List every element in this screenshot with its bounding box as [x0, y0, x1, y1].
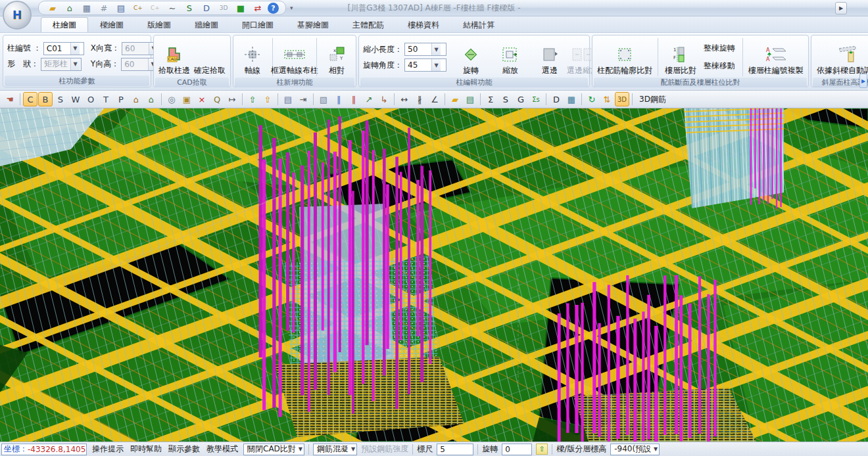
app-logo-button[interactable]: H	[3, 1, 32, 30]
chevron-down-icon[interactable]: ▼	[431, 59, 441, 71]
quick-access-dropdown-icon[interactable]: ▾	[290, 5, 293, 11]
pan-hand-icon[interactable]: ☚	[3, 92, 17, 106]
axis-line-button[interactable]: 軸線	[237, 37, 268, 78]
pick-column-edge-button[interactable]: CAD 拾取柱邊	[158, 37, 191, 78]
dim-aligned-icon[interactable]: ∦	[412, 92, 427, 106]
scale-button[interactable]: 縮放	[495, 37, 525, 78]
confirm-pick-button[interactable]: 確定拾取	[193, 37, 226, 78]
column-rebar-outline-compare-button[interactable]: 柱配筋輪廓比對	[596, 37, 653, 78]
chevron-down-icon: ▼	[351, 446, 355, 452]
data-table-icon[interactable]: ▦	[80, 1, 94, 14]
home-project-icon[interactable]: ⌂	[62, 1, 77, 14]
delete-icon-glyph: ×	[199, 95, 206, 104]
refresh-tree-icon[interactable]: ⇄	[251, 1, 265, 14]
binoculars-icon[interactable]: ◎	[164, 92, 179, 106]
status-button-teach-mode[interactable]: 教學模式	[205, 444, 239, 455]
mirror-horizontal-icon[interactable]: ‖	[347, 92, 361, 106]
folder-icon[interactable]: ▰	[448, 92, 462, 106]
grid-table-icon[interactable]: ▦	[564, 92, 579, 106]
refresh-icon[interactable]: ↻	[585, 92, 599, 106]
mirror-vertical-icon[interactable]: ∥	[331, 92, 346, 106]
chevron-down-icon[interactable]: ▼	[431, 43, 441, 55]
tab-main-rebar[interactable]: 主體配筋	[341, 17, 396, 32]
layer-up-yellow-icon[interactable]: ⇧	[260, 92, 275, 106]
pick-side-button[interactable]: 選邊	[535, 37, 565, 78]
view-3d-icon[interactable]: 3D	[216, 1, 231, 14]
rotate-angle-select[interactable]: 45 ▼	[404, 58, 446, 72]
layer-elevation-select[interactable]: -940(預設 ▼	[610, 444, 660, 455]
extend-line-icon[interactable]: ↦	[225, 92, 239, 106]
green-cell-icon[interactable]: ■	[233, 1, 248, 14]
rotate-building-button[interactable]: 整棟旋轉	[701, 42, 738, 55]
chevron-down-icon[interactable]: ▼	[70, 43, 80, 55]
tab-opening-draw[interactable]: 開口繪圖	[230, 17, 285, 32]
select-column-icon[interactable]: C	[23, 92, 37, 106]
shape-select[interactable]: 矩形柱 ▼	[41, 58, 82, 71]
tab-slab-draw[interactable]: 版繪圖	[135, 17, 183, 32]
d-table-icon[interactable]: D	[199, 1, 214, 14]
home-view-icon[interactable]: ⌂	[144, 92, 158, 106]
print-icon[interactable]: P	[114, 92, 128, 106]
building-levels-icon[interactable]: ▤	[114, 1, 128, 14]
paste-icon[interactable]: ▣	[180, 92, 194, 106]
layer-up-green-icon[interactable]: ⇧	[245, 92, 260, 106]
tab-beam-draw[interactable]: 樑繪圖	[88, 17, 135, 32]
dim-linear-icon[interactable]: ↔	[397, 92, 412, 106]
copy-column-no-button[interactable]: A A 樓層柱編號複製	[748, 37, 804, 78]
select-beam-icon[interactable]: B	[38, 92, 53, 106]
column-no-select[interactable]: C01 ▼	[43, 42, 84, 55]
select-slab-icon[interactable]: S	[53, 92, 68, 106]
g-calc-icon[interactable]: G	[514, 92, 528, 106]
sum-icon[interactable]: Σ	[483, 92, 498, 106]
3d-viewport[interactable]	[0, 108, 868, 442]
tab-overflow-button[interactable]: ▶	[835, 2, 847, 14]
cad-import-alt-icon[interactable]: C+	[148, 1, 162, 14]
shrink-length-select[interactable]: 50 ▼	[404, 43, 446, 56]
tab-stair-data[interactable]: 樓梯資料	[396, 17, 451, 32]
curve-tool-icon[interactable]: ~	[165, 1, 180, 14]
floor-compare-button[interactable]: 1 F 樓層比對	[663, 37, 698, 78]
status-button-show-params[interactable]: 顯示參數	[167, 444, 201, 455]
delete-icon[interactable]: ×	[195, 92, 209, 106]
copy-element-icon[interactable]: ↳	[377, 92, 391, 106]
sheet-flag-icon[interactable]: ▤	[281, 92, 295, 106]
relative-place-button[interactable]: x Y 相對	[322, 37, 352, 78]
chevron-down-icon[interactable]: ▼	[70, 58, 80, 70]
rotate-button[interactable]: 旋轉	[456, 37, 486, 78]
material-select[interactable]: 鋼筋混凝 ▼	[313, 444, 357, 455]
list-table-icon[interactable]: ▤	[463, 92, 477, 106]
ruler-input[interactable]: 5	[437, 444, 473, 455]
home-edit-icon[interactable]: ⌂	[129, 92, 143, 106]
s-table-icon[interactable]: S	[182, 1, 197, 14]
tab-footing-draw[interactable]: 基腳繪圖	[285, 17, 341, 32]
frame-axis-columns-button[interactable]: 框選軸線布柱	[277, 37, 312, 78]
rotate-input[interactable]: 0	[502, 444, 532, 455]
ribbon-overflow-arrow[interactable]: ▶	[859, 74, 867, 88]
select-stairs-icon[interactable]: T	[99, 92, 113, 106]
sum-s-icon[interactable]: Σs	[529, 92, 543, 106]
apply-rotate-icon[interactable]: ⇧	[536, 444, 548, 455]
tab-column-draw[interactable]: 柱繪圖	[41, 17, 88, 32]
axis-grid-icon[interactable]: #	[97, 1, 111, 14]
select-opening-icon[interactable]: O	[84, 92, 98, 106]
cad-import-icon[interactable]: C+	[131, 1, 145, 14]
cad-compare-select[interactable]: 關閉CAD比對 ▼	[243, 444, 304, 455]
s-calc-icon[interactable]: S	[498, 92, 513, 106]
open-project-icon[interactable]: ▰	[45, 1, 60, 14]
auto-adjust-by-slope-beam-button[interactable]: 依據斜樑自動調整	[815, 37, 868, 78]
image-export-icon[interactable]: ▧	[316, 92, 331, 106]
dim-angular-icon[interactable]: ∠	[427, 92, 442, 106]
zoom-icon[interactable]: Q	[210, 92, 224, 106]
tab-wall-draw[interactable]: 牆繪圖	[183, 17, 230, 32]
select-wall-icon[interactable]: W	[68, 92, 83, 106]
sort-updown-icon[interactable]: ⇅	[600, 92, 614, 106]
d-calc-icon[interactable]: D	[549, 92, 564, 106]
help-icon[interactable]: ?	[268, 3, 279, 14]
sheet-next-icon[interactable]: ⇥	[296, 92, 310, 106]
status-button-op-hint[interactable]: 操作提示	[91, 444, 125, 455]
move-building-button[interactable]: 整棟移動	[701, 60, 738, 72]
view-3d-button[interactable]: 3D	[615, 92, 629, 106]
status-button-live-help[interactable]: 即時幫助	[129, 444, 163, 455]
move-element-icon[interactable]: ↗	[362, 92, 376, 106]
tab-structural-calc[interactable]: 結構計算	[451, 17, 506, 32]
